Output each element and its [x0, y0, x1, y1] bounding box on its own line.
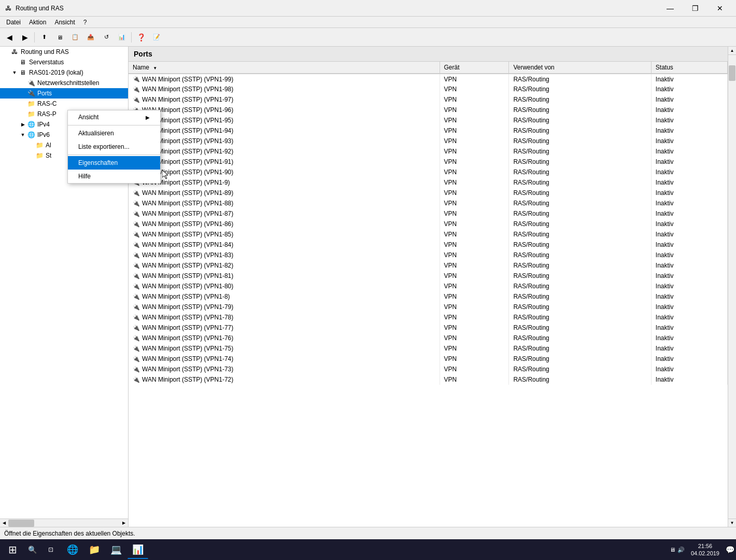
- table-row[interactable]: 🔌WAN Miniport (SSTP) (VPN1-91)VPNRAS/Rou…: [129, 157, 728, 167]
- expand-icon-al[interactable]: [27, 141, 35, 149]
- table-row[interactable]: 🔌WAN Miniport (SSTP) (VPN1-78)VPNRAS/Rou…: [129, 312, 728, 323]
- search-button[interactable]: 🔍: [23, 540, 41, 559]
- table-row[interactable]: 🔌WAN Miniport (SSTP) (VPN1-86)VPNRAS/Rou…: [129, 219, 728, 229]
- back-button[interactable]: ◀: [2, 30, 17, 45]
- sidebar-item-serverstatus[interactable]: 🖥Serverstatus: [0, 57, 128, 67]
- tree-label-ras01: RAS01-2019 (lokal): [29, 69, 83, 76]
- table-row[interactable]: 🔌WAN Miniport (SSTP) (VPN1-92)VPNRAS/Rou…: [129, 146, 728, 157]
- table-row[interactable]: 🔌WAN Miniport (SSTP) (VPN1-83)VPNRAS/Rou…: [129, 250, 728, 260]
- forward-button[interactable]: ▶: [18, 30, 32, 45]
- tray-volume[interactable]: 🔊: [677, 547, 685, 553]
- table-row[interactable]: 🔌WAN Miniport (SSTP) (VPN1-93)VPNRAS/Rou…: [129, 136, 728, 146]
- taskbar-explorer[interactable]: 📁: [84, 540, 105, 559]
- table-row[interactable]: 🔌WAN Miniport (SSTP) (VPN1-95)VPNRAS/Rou…: [129, 115, 728, 125]
- show-console-button[interactable]: 🖥: [52, 30, 67, 45]
- table-row[interactable]: 🔌WAN Miniport (SSTP) (VPN1-72)VPNRAS/Rou…: [129, 374, 728, 385]
- notes-button[interactable]: 📝: [149, 30, 164, 45]
- task-view-button[interactable]: ⊡: [41, 540, 60, 559]
- hide-button[interactable]: 📋: [68, 30, 82, 45]
- table-row[interactable]: 🔌WAN Miniport (SSTP) (VPN1-75)VPNRAS/Rou…: [129, 343, 728, 354]
- table-row[interactable]: 🔌WAN Miniport (SSTP) (VPN1-96)VPNRAS/Rou…: [129, 105, 728, 115]
- scroll-down-btn[interactable]: ▼: [728, 519, 736, 527]
- notification-btn[interactable]: 💬: [726, 540, 734, 559]
- scroll-left-btn[interactable]: ◀: [0, 519, 8, 527]
- context-menu-item-liste-exportieren[interactable]: Liste exportieren...: [68, 140, 160, 153]
- expand-icon-netzwerk[interactable]: [19, 79, 27, 87]
- col-status[interactable]: Status: [651, 62, 727, 74]
- scroll-thumb[interactable]: [8, 520, 34, 527]
- sidebar-item-ras01[interactable]: ▼🖥RAS01-2019 (lokal): [0, 67, 128, 78]
- table-row[interactable]: 🔌WAN Miniport (SSTP) (VPN1-85)VPNRAS/Rou…: [129, 229, 728, 240]
- up-button[interactable]: ⬆: [37, 30, 51, 45]
- expand-icon-serverstatus[interactable]: [10, 58, 19, 66]
- table-row[interactable]: 🔌WAN Miniport (SSTP) (VPN1-98)VPNRAS/Rou…: [129, 84, 728, 94]
- expand-icon-ras-c[interactable]: [19, 100, 27, 108]
- properties-button[interactable]: 📊: [115, 30, 129, 45]
- table-row[interactable]: 🔌WAN Miniport (SSTP) (VPN1-89)VPNRAS/Rou…: [129, 188, 728, 198]
- sidebar-item-routing-ras[interactable]: 🖧Routing und RAS: [0, 47, 128, 57]
- help-button[interactable]: ❓: [134, 30, 148, 45]
- scroll-right-btn[interactable]: ▶: [120, 519, 128, 527]
- expand-icon-ras-p[interactable]: [19, 110, 27, 118]
- expand-icon-st[interactable]: [27, 151, 35, 160]
- tree-label-al: Al: [46, 142, 51, 149]
- cell-verwendet-von: RAS/Routing: [509, 105, 651, 115]
- cell-geraet: VPN: [440, 157, 509, 167]
- context-menu-item-ansicht[interactable]: Ansicht▶: [68, 110, 160, 124]
- table-row[interactable]: 🔌WAN Miniport (SSTP) (VPN1-87)VPNRAS/Rou…: [129, 208, 728, 219]
- tray-network[interactable]: 🖥: [670, 547, 675, 553]
- context-menu-item-eigenschaften[interactable]: Eigenschaften: [68, 156, 160, 170]
- start-button[interactable]: ⊞: [2, 540, 23, 559]
- refresh-button[interactable]: ↺: [99, 30, 114, 45]
- export-button[interactable]: 📤: [83, 30, 98, 45]
- cell-geraet: VPN: [440, 94, 509, 105]
- context-menu-item-hilfe[interactable]: Hilfe: [68, 170, 160, 183]
- row-icon: 🔌: [133, 376, 140, 383]
- table-row[interactable]: 🔌WAN Miniport (SSTP) (VPN1-79)VPNRAS/Rou…: [129, 302, 728, 312]
- table-row[interactable]: 🔌WAN Miniport (SSTP) (VPN1-99)VPNRAS/Rou…: [129, 74, 728, 84]
- vertical-scrollbar[interactable]: ▲ ▼: [728, 47, 736, 527]
- table-row[interactable]: 🔌WAN Miniport (SSTP) (VPN1-74)VPNRAS/Rou…: [129, 354, 728, 364]
- table-row[interactable]: 🔌WAN Miniport (SSTP) (VPN1-88)VPNRAS/Rou…: [129, 198, 728, 208]
- table-row[interactable]: 🔌WAN Miniport (SSTP) (VPN1-77)VPNRAS/Rou…: [129, 323, 728, 333]
- menu-ansicht[interactable]: Ansicht: [50, 18, 79, 27]
- close-button[interactable]: ✕: [708, 0, 732, 17]
- table-row[interactable]: 🔌WAN Miniport (SSTP) (VPN1-81)VPNRAS/Rou…: [129, 271, 728, 281]
- expand-icon-ipv6[interactable]: ▼: [19, 131, 27, 139]
- expand-icon-routing-ras[interactable]: [2, 48, 10, 56]
- cell-verwendet-von: RAS/Routing: [509, 250, 651, 260]
- taskbar-rras[interactable]: 📊: [128, 540, 148, 559]
- table-row[interactable]: 🔌WAN Miniport (SSTP) (VPN1-82)VPNRAS/Rou…: [129, 260, 728, 271]
- menu-aktion[interactable]: Aktion: [25, 18, 50, 27]
- table-row[interactable]: 🔌WAN Miniport (SSTP) (VPN1-94)VPNRAS/Rou…: [129, 125, 728, 136]
- expand-icon-ipv4[interactable]: ▶: [19, 120, 27, 129]
- cell-verwendet-von: RAS/Routing: [509, 115, 651, 125]
- table-row[interactable]: 🔌WAN Miniport (SSTP) (VPN1-80)VPNRAS/Rou…: [129, 281, 728, 291]
- expand-icon-ras01[interactable]: ▼: [10, 68, 19, 77]
- scroll-up-btn[interactable]: ▲: [728, 47, 736, 55]
- taskbar-edge[interactable]: 🌐: [62, 540, 83, 559]
- scroll-thumb-vertical[interactable]: [729, 65, 735, 81]
- taskbar-cmd[interactable]: 💻: [106, 540, 126, 559]
- menu-datei[interactable]: Datei: [2, 18, 25, 27]
- col-name[interactable]: Name ▼: [129, 62, 440, 74]
- menu-help[interactable]: ?: [79, 18, 91, 27]
- table-row[interactable]: 🔌WAN Miniport (SSTP) (VPN1-90)VPNRAS/Rou…: [129, 167, 728, 177]
- sidebar-item-netzwerk[interactable]: 🔌Netzwerkschnittstellen: [0, 78, 128, 88]
- taskbar-clock[interactable]: 21:56 04.02.2019: [687, 542, 724, 557]
- col-verwendet[interactable]: Verwendet von: [509, 62, 651, 74]
- maximize-button[interactable]: ❐: [683, 0, 707, 17]
- context-menu-item-aktualisieren[interactable]: Aktualisieren: [68, 127, 160, 140]
- sidebar-scrollbar[interactable]: ◀ ▶: [0, 519, 128, 527]
- table-row[interactable]: 🔌WAN Miniport (SSTP) (VPN1-9)VPNRAS/Rout…: [129, 177, 728, 188]
- table-row[interactable]: 🔌WAN Miniport (SSTP) (VPN1-73)VPNRAS/Rou…: [129, 364, 728, 374]
- table-row[interactable]: 🔌WAN Miniport (SSTP) (VPN1-76)VPNRAS/Rou…: [129, 333, 728, 343]
- table-row[interactable]: 🔌WAN Miniport (SSTP) (VPN1-84)VPNRAS/Rou…: [129, 240, 728, 250]
- table-row[interactable]: 🔌WAN Miniport (SSTP) (VPN1-97)VPNRAS/Rou…: [129, 94, 728, 105]
- minimize-button[interactable]: —: [658, 0, 682, 17]
- sidebar-item-ras-c[interactable]: 📁RAS-C: [0, 99, 128, 109]
- table-row[interactable]: 🔌WAN Miniport (SSTP) (VPN1-8)VPNRAS/Rout…: [129, 291, 728, 302]
- expand-icon-ports[interactable]: [19, 89, 27, 97]
- sidebar-item-ports[interactable]: 🔌Ports: [0, 88, 128, 99]
- col-geraet[interactable]: Gerät: [440, 62, 509, 74]
